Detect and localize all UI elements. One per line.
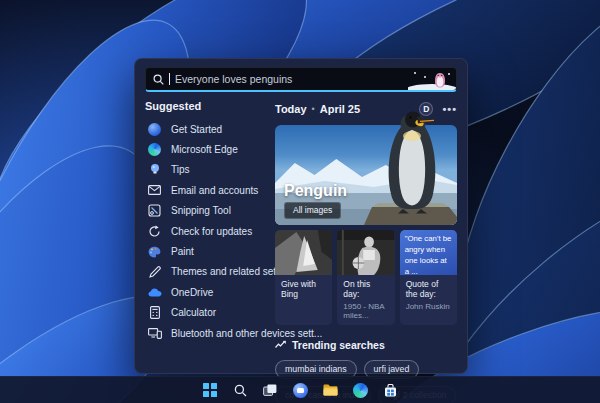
give-with-bing-card[interactable]: Give with Bing (275, 230, 332, 325)
today-label: Today (275, 103, 307, 115)
search-input[interactable] (175, 73, 403, 85)
quote-text: "One can't be angry when one looks at a … (405, 234, 452, 278)
sidebar-item-bluetooth-devices[interactable]: Bluetooth and other devices sett... (145, 323, 267, 343)
suggested-list: Get Started Microsoft Edge (145, 119, 267, 343)
edge-browser-icon (353, 383, 368, 398)
microsoft-store-button[interactable] (380, 380, 400, 400)
desktop: Suggested Get Started Microsoft Edge (0, 0, 600, 403)
card-title: Give with Bing (281, 279, 326, 299)
trending-up-icon (275, 340, 286, 349)
sidebar-item-tips[interactable]: Tips (145, 160, 267, 180)
more-options-button[interactable]: ••• (442, 103, 457, 115)
sidebar-item-calculator[interactable]: Calculator (145, 303, 267, 323)
scissors-icon (147, 203, 162, 218)
edge-icon (147, 142, 162, 157)
give-with-bing-photo (275, 230, 332, 275)
card-subtitle: John Ruskin (406, 302, 451, 311)
edge-browser-button[interactable] (350, 380, 370, 400)
chat-button[interactable] (290, 380, 310, 400)
search-icon (153, 74, 164, 85)
trending-header: Trending searches (292, 339, 385, 351)
mini-penguin-icon (433, 72, 447, 89)
today-date: April 25 (320, 103, 360, 115)
taskbar (0, 376, 600, 403)
today-separator: • (312, 104, 315, 114)
sidebar-item-microsoft-edge[interactable]: Microsoft Edge (145, 139, 267, 159)
chat-icon (293, 383, 308, 398)
get-started-icon (147, 122, 162, 137)
card-title: Quote of the day: (406, 279, 451, 299)
penguin-doodle-decoration (408, 69, 456, 90)
text-caret (169, 73, 170, 85)
today-cards-row: Give with Bing (275, 230, 457, 325)
today-section: Today • April 25 D ••• (275, 100, 457, 365)
search-taskbar-icon (234, 384, 247, 397)
microsoft-store-icon (384, 384, 397, 397)
sidebar-item-paint[interactable]: Paint (145, 241, 267, 261)
task-view-icon (263, 384, 277, 396)
quote-text-area: "One can't be angry when one looks at a … (400, 230, 457, 275)
palette-icon (147, 244, 162, 259)
devices-icon (147, 326, 162, 341)
sidebar-item-themes-settings[interactable]: Themes and related settings (145, 262, 267, 282)
all-images-button[interactable]: All images (284, 202, 341, 219)
hero-title: Penguin (284, 182, 347, 200)
search-flyout-panel: Suggested Get Started Microsoft Edge (134, 58, 468, 374)
suggested-header: Suggested (145, 100, 267, 112)
sidebar-item-get-started[interactable]: Get Started (145, 119, 267, 139)
pencil-icon (147, 264, 162, 279)
cloud-icon (147, 285, 162, 300)
file-explorer-icon (323, 384, 338, 396)
start-button[interactable] (200, 380, 220, 400)
windows-start-icon (203, 383, 218, 398)
file-explorer-button[interactable] (320, 380, 340, 400)
sidebar-item-onedrive[interactable]: OneDrive (145, 282, 267, 302)
envelope-icon (147, 183, 162, 198)
calculator-icon (147, 305, 162, 320)
on-this-day-photo (337, 230, 394, 275)
suggested-section: Suggested Get Started Microsoft Edge (145, 100, 267, 365)
task-view-button[interactable] (260, 380, 280, 400)
search-bar[interactable] (145, 67, 457, 92)
sidebar-item-check-updates[interactable]: Check for updates (145, 221, 267, 241)
refresh-icon (147, 224, 162, 239)
search-button[interactable] (230, 380, 250, 400)
card-subtitle: 1950 - NBA miles... (343, 302, 388, 320)
sidebar-item-snipping-tool[interactable]: Snipping Tool (145, 201, 267, 221)
hero-penguin-card[interactable]: Penguin All images (275, 125, 457, 225)
sidebar-item-email-accounts[interactable]: Email and accounts (145, 180, 267, 200)
quote-of-the-day-card[interactable]: "One can't be angry when one looks at a … (400, 230, 457, 325)
lightbulb-icon (147, 162, 162, 177)
card-title: On this day: (343, 279, 388, 299)
on-this-day-card[interactable]: On this day: 1950 - NBA miles... (337, 230, 394, 325)
emperor-penguin-illustration (383, 110, 441, 214)
